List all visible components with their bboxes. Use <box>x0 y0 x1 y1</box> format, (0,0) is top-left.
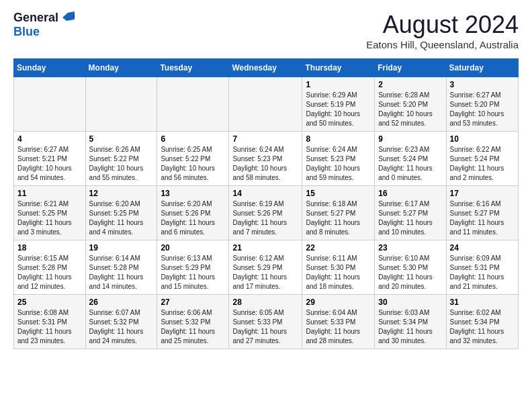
title-area: August 2024 Eatons Hill, Queensland, Aus… <box>366 11 519 50</box>
day-number: 11 <box>17 189 82 198</box>
day-of-week-header: Tuesday <box>157 59 229 77</box>
day-number: 5 <box>89 134 154 144</box>
calendar-cell: 20Sunrise: 6:13 AMSunset: 5:29 PMDayligh… <box>157 240 229 295</box>
calendar-cell: 10Sunrise: 6:22 AMSunset: 5:24 PMDayligh… <box>446 132 518 186</box>
calendar-cell: 12Sunrise: 6:20 AMSunset: 5:25 PMDayligh… <box>85 186 157 240</box>
calendar-cell: 21Sunrise: 6:12 AMSunset: 5:29 PMDayligh… <box>229 240 302 295</box>
calendar-week-row: 25Sunrise: 6:08 AMSunset: 5:31 PMDayligh… <box>14 295 519 349</box>
day-number: 24 <box>450 243 515 253</box>
calendar-cell: 26Sunrise: 6:07 AMSunset: 5:32 PMDayligh… <box>85 295 157 349</box>
day-info: Sunrise: 6:14 AMSunset: 5:28 PMDaylight:… <box>89 254 154 291</box>
calendar-cell: 23Sunrise: 6:10 AMSunset: 5:30 PMDayligh… <box>375 240 446 295</box>
calendar-cell: 15Sunrise: 6:18 AMSunset: 5:27 PMDayligh… <box>302 186 375 240</box>
calendar: SundayMondayTuesdayWednesdayThursdayFrid… <box>13 58 519 349</box>
day-number: 22 <box>306 243 371 253</box>
day-of-week-header: Friday <box>375 59 446 77</box>
day-number: 3 <box>450 80 515 89</box>
main-title: August 2024 <box>366 11 519 39</box>
calendar-cell: 19Sunrise: 6:14 AMSunset: 5:28 PMDayligh… <box>85 240 157 295</box>
calendar-cell: 28Sunrise: 6:05 AMSunset: 5:33 PMDayligh… <box>229 295 302 349</box>
calendar-cell: 14Sunrise: 6:19 AMSunset: 5:26 PMDayligh… <box>229 186 302 240</box>
calendar-cell: 8Sunrise: 6:24 AMSunset: 5:23 PMDaylight… <box>302 132 375 186</box>
day-number: 28 <box>232 298 298 307</box>
calendar-cell: 5Sunrise: 6:26 AMSunset: 5:22 PMDaylight… <box>85 132 157 186</box>
day-number: 1 <box>306 80 371 89</box>
day-number: 15 <box>306 189 371 198</box>
header: General Blue August 2024 Eatons Hill, Qu… <box>13 11 519 50</box>
calendar-week-row: 4Sunrise: 6:27 AMSunset: 5:21 PMDaylight… <box>14 132 519 186</box>
day-number: 25 <box>17 298 82 307</box>
day-number: 12 <box>89 189 154 198</box>
calendar-cell: 4Sunrise: 6:27 AMSunset: 5:21 PMDaylight… <box>14 132 86 186</box>
day-number: 10 <box>450 134 515 144</box>
calendar-cell: 3Sunrise: 6:27 AMSunset: 5:20 PMDaylight… <box>446 77 518 132</box>
day-info: Sunrise: 6:03 AMSunset: 5:34 PMDaylight:… <box>378 308 442 346</box>
calendar-cell <box>229 77 302 132</box>
day-number: 19 <box>89 243 154 253</box>
day-number: 30 <box>378 298 442 307</box>
calendar-cell: 7Sunrise: 6:24 AMSunset: 5:23 PMDaylight… <box>229 132 302 186</box>
day-info: Sunrise: 6:26 AMSunset: 5:22 PMDaylight:… <box>89 145 154 183</box>
logo-general-text: General <box>13 11 58 25</box>
day-info: Sunrise: 6:22 AMSunset: 5:24 PMDaylight:… <box>450 145 515 183</box>
calendar-cell: 9Sunrise: 6:23 AMSunset: 5:24 PMDaylight… <box>375 132 446 186</box>
day-of-week-header: Saturday <box>446 59 518 77</box>
logo-bird-icon <box>60 11 75 24</box>
calendar-cell: 2Sunrise: 6:28 AMSunset: 5:20 PMDaylight… <box>375 77 446 132</box>
calendar-cell <box>85 77 157 132</box>
calendar-week-row: 18Sunrise: 6:15 AMSunset: 5:28 PMDayligh… <box>14 240 519 295</box>
calendar-header-row: SundayMondayTuesdayWednesdayThursdayFrid… <box>14 59 519 77</box>
day-info: Sunrise: 6:11 AMSunset: 5:30 PMDaylight:… <box>306 254 371 291</box>
day-info: Sunrise: 6:28 AMSunset: 5:20 PMDaylight:… <box>378 91 442 128</box>
day-number: 18 <box>17 243 82 253</box>
logo-blue-text: Blue <box>13 25 40 38</box>
day-info: Sunrise: 6:10 AMSunset: 5:30 PMDaylight:… <box>378 254 442 291</box>
day-info: Sunrise: 6:15 AMSunset: 5:28 PMDaylight:… <box>17 254 82 291</box>
day-info: Sunrise: 6:08 AMSunset: 5:31 PMDaylight:… <box>17 308 82 346</box>
calendar-cell: 16Sunrise: 6:17 AMSunset: 5:27 PMDayligh… <box>375 186 446 240</box>
logo: General Blue <box>13 11 75 39</box>
day-info: Sunrise: 6:24 AMSunset: 5:23 PMDaylight:… <box>306 145 371 183</box>
day-info: Sunrise: 6:02 AMSunset: 5:34 PMDaylight:… <box>450 308 515 346</box>
calendar-cell: 18Sunrise: 6:15 AMSunset: 5:28 PMDayligh… <box>14 240 86 295</box>
calendar-cell: 1Sunrise: 6:29 AMSunset: 5:19 PMDaylight… <box>302 77 375 132</box>
day-number: 29 <box>306 298 371 307</box>
day-number: 26 <box>89 298 154 307</box>
day-info: Sunrise: 6:16 AMSunset: 5:27 PMDaylight:… <box>450 199 515 237</box>
day-number: 8 <box>306 134 371 144</box>
day-number: 20 <box>161 243 225 253</box>
day-of-week-header: Thursday <box>302 59 375 77</box>
day-info: Sunrise: 6:20 AMSunset: 5:26 PMDaylight:… <box>161 199 225 237</box>
calendar-cell: 29Sunrise: 6:04 AMSunset: 5:33 PMDayligh… <box>302 295 375 349</box>
day-of-week-header: Monday <box>85 59 157 77</box>
day-info: Sunrise: 6:07 AMSunset: 5:32 PMDaylight:… <box>89 308 154 346</box>
day-number: 2 <box>378 80 442 89</box>
day-number: 17 <box>450 189 515 198</box>
calendar-week-row: 1Sunrise: 6:29 AMSunset: 5:19 PMDaylight… <box>14 77 519 132</box>
day-number: 4 <box>17 134 82 144</box>
day-number: 7 <box>232 134 298 144</box>
day-info: Sunrise: 6:21 AMSunset: 5:25 PMDaylight:… <box>17 199 82 237</box>
calendar-cell: 6Sunrise: 6:25 AMSunset: 5:22 PMDaylight… <box>157 132 229 186</box>
day-info: Sunrise: 6:24 AMSunset: 5:23 PMDaylight:… <box>232 145 298 183</box>
day-info: Sunrise: 6:25 AMSunset: 5:22 PMDaylight:… <box>161 145 225 183</box>
day-info: Sunrise: 6:27 AMSunset: 5:20 PMDaylight:… <box>450 91 515 128</box>
day-of-week-header: Wednesday <box>229 59 302 77</box>
day-info: Sunrise: 6:12 AMSunset: 5:29 PMDaylight:… <box>232 254 298 291</box>
calendar-cell <box>157 77 229 132</box>
day-of-week-header: Sunday <box>14 59 86 77</box>
calendar-cell: 31Sunrise: 6:02 AMSunset: 5:34 PMDayligh… <box>446 295 518 349</box>
day-number: 6 <box>161 134 225 144</box>
day-number: 23 <box>378 243 442 253</box>
day-number: 16 <box>378 189 442 198</box>
day-number: 21 <box>232 243 298 253</box>
calendar-cell: 17Sunrise: 6:16 AMSunset: 5:27 PMDayligh… <box>446 186 518 240</box>
day-info: Sunrise: 6:05 AMSunset: 5:33 PMDaylight:… <box>232 308 298 346</box>
day-number: 31 <box>450 298 515 307</box>
calendar-cell: 27Sunrise: 6:06 AMSunset: 5:32 PMDayligh… <box>157 295 229 349</box>
day-number: 14 <box>232 189 298 198</box>
day-info: Sunrise: 6:18 AMSunset: 5:27 PMDaylight:… <box>306 199 371 237</box>
day-info: Sunrise: 6:20 AMSunset: 5:25 PMDaylight:… <box>89 199 154 237</box>
day-info: Sunrise: 6:04 AMSunset: 5:33 PMDaylight:… <box>306 308 371 346</box>
day-info: Sunrise: 6:29 AMSunset: 5:19 PMDaylight:… <box>306 91 371 128</box>
